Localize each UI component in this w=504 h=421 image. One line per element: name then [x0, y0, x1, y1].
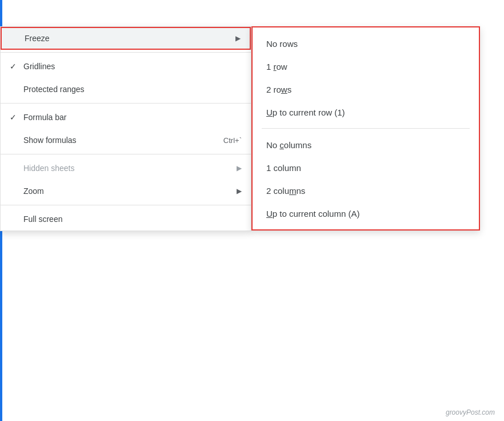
show-formulas-shortcut: Ctrl+` — [223, 136, 242, 145]
freeze-submenu: No rows 1 row 2 rows Up to current row (… — [251, 26, 480, 231]
separator-2 — [1, 103, 251, 104]
menu-item-zoom[interactable]: Zoom ▶ — [1, 180, 251, 202]
freeze-arrow: ▶ — [235, 34, 241, 42]
1-column-label: 1 column — [266, 163, 301, 173]
submenu-no-columns[interactable]: No columns — [253, 133, 479, 156]
no-rows-label: No rows — [266, 39, 298, 49]
submenu-up-to-current-row[interactable]: Up to current row (1) — [253, 101, 479, 124]
2-columns-label: 2 columns — [266, 186, 305, 196]
menu-item-protected-ranges[interactable]: Protected ranges — [1, 78, 251, 101]
menu-item-freeze[interactable]: Freeze ▶ — [1, 27, 251, 50]
hidden-sheets-arrow: ▶ — [237, 164, 242, 172]
watermark: groovyPost.com — [446, 408, 495, 416]
up-to-current-row-label: Up to current row (1) — [266, 108, 345, 117]
1-row-label: 1 row — [266, 62, 287, 72]
no-columns-label: No columns — [266, 140, 311, 150]
protected-label: Protected ranges — [23, 85, 242, 94]
submenu-2-columns[interactable]: 2 columns — [253, 179, 479, 202]
submenu-up-to-current-column[interactable]: Up to current column (A) — [253, 202, 479, 225]
separator-3 — [1, 154, 251, 154]
freeze-label: Freeze — [25, 34, 235, 43]
submenu-no-rows[interactable]: No rows — [253, 32, 479, 55]
gridlines-label: Gridlines — [23, 62, 242, 71]
submenu-separator — [262, 128, 470, 129]
zoom-label: Zoom — [23, 186, 237, 196]
menu-item-hidden-sheets[interactable]: Hidden sheets ▶ — [1, 157, 251, 180]
show-formulas-label: Show formulas — [23, 136, 223, 145]
2-rows-label: 2 rows — [266, 85, 291, 94]
gridlines-checkmark: ✓ — [10, 62, 23, 71]
formula-bar-checkmark: ✓ — [10, 113, 23, 122]
submenu-1-row[interactable]: 1 row — [253, 55, 479, 78]
full-screen-label: Full screen — [23, 215, 242, 224]
menu-item-show-formulas[interactable]: Show formulas Ctrl+` — [1, 129, 251, 152]
separator-1 — [1, 52, 251, 53]
zoom-arrow: ▶ — [237, 187, 242, 195]
up-to-current-column-label: Up to current column (A) — [266, 209, 359, 219]
submenu-1-column[interactable]: 1 column — [253, 156, 479, 179]
menu-item-full-screen[interactable]: Full screen — [1, 208, 251, 231]
menu-item-gridlines[interactable]: ✓ Gridlines — [1, 55, 251, 78]
submenu-2-rows[interactable]: 2 rows — [253, 78, 479, 101]
separator-4 — [1, 205, 251, 205]
menu-item-formula-bar[interactable]: ✓ Formula bar — [1, 106, 251, 129]
view-menu-dropdown: Freeze ▶ ✓ Gridlines Protected ranges ✓ … — [0, 26, 251, 231]
formula-bar-label: Formula bar — [23, 113, 242, 122]
hidden-sheets-label: Hidden sheets — [23, 164, 237, 173]
